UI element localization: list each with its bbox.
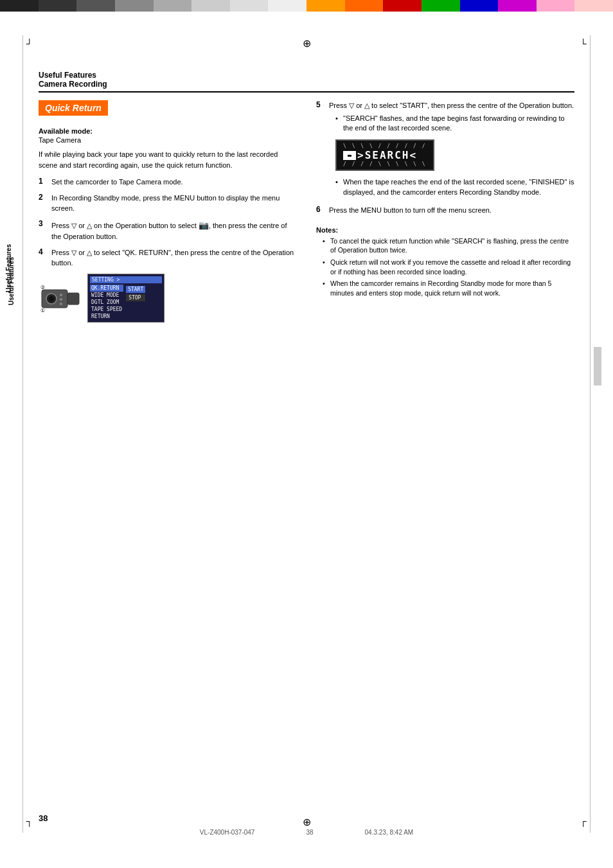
main-content: Useful Features Camera Recording Quick R… [39, 71, 574, 804]
step-3: 3 Press ▽ or △ on the Operation button t… [39, 219, 297, 242]
menu-item-qk-return: QK.RETURN [90, 285, 123, 292]
bar-seg-r4 [422, 0, 460, 12]
svg-point-3 [49, 296, 54, 301]
svg-point-6 [60, 303, 62, 305]
left-color-bars [0, 0, 306, 12]
camcorder-svg: ① ② [39, 274, 84, 315]
notes-section: Notes: • To cancel the quick return func… [316, 226, 574, 298]
reg-mark-top-right: └ [578, 39, 589, 49]
step-2: 2 In Recording Standby mode, press the M… [39, 193, 297, 214]
bar-seg-r6 [498, 0, 537, 12]
menu-item-wide-mode: WIDE MODE [90, 292, 123, 299]
reg-mark-top-left: ┘ [24, 39, 35, 49]
bar-seg-r7 [537, 0, 575, 12]
notes-title: Notes: [316, 226, 574, 234]
svg-rect-1 [67, 293, 79, 305]
bar-seg-l1 [0, 0, 39, 12]
step-2-text: In Recording Standby mode, press the MEN… [51, 193, 297, 214]
footer-right: 04.3.23, 8:42 AM [365, 829, 414, 836]
svg-text:②: ② [40, 285, 45, 290]
section-title-line2: Camera Recording [39, 80, 574, 89]
note-2-text: Quick return will not work if you remove… [330, 258, 574, 276]
step-5-bullet-1-text: "SEARCH" flashes, and the tape begins fa… [343, 114, 574, 134]
reg-mark-bottom: ⊕ [303, 816, 311, 828]
search-screen-container: \ \ \ \ / / / / / / ▬ >SEARCH< / / / / \… [335, 139, 434, 171]
menu-item-return: RETURN [90, 313, 123, 320]
menu-start-btn: START [126, 286, 145, 293]
side-label-text: Useful Features [5, 244, 13, 292]
step-4-text: Press ▽ or △ to select "QK. RETURN", the… [51, 247, 297, 269]
svg-point-4 [60, 294, 62, 296]
menu-wrapper: ① ② SETTING > QK.RETURN WIDE MODE DGTL Z… [39, 274, 297, 323]
bar-seg-l7 [230, 0, 269, 12]
binding-mark [594, 347, 601, 385]
bar-seg-r1 [306, 0, 345, 12]
footer-left: VL-Z400H-037-047 [200, 829, 255, 836]
note-1: • To cancel the quick return function wh… [323, 236, 574, 255]
step-5-sub-bullet-text: When the tape reaches the end of the las… [343, 177, 574, 197]
search-arrows-bottom: / / / / \ \ \ \ \ \ [343, 161, 427, 167]
step-4-num: 4 [39, 247, 48, 256]
bar-seg-r3 [383, 0, 422, 12]
notes-list: • To cancel the quick return function wh… [323, 236, 574, 298]
svg-point-5 [60, 298, 62, 301]
menu-items-col: QK.RETURN WIDE MODE DGTL ZOOM TAPE SPEED… [90, 285, 123, 320]
reg-mark-top: ⊕ [303, 37, 311, 49]
bar-seg-r8 [574, 0, 613, 12]
note-1-text: To cancel the quick return function whil… [330, 236, 574, 255]
menu-action-buttons: START STOP [126, 285, 145, 320]
note-3-text: When the camcorder remains in Recording … [330, 279, 574, 297]
step-4-container: 4 Press ▽ or △ to select "QK. RETURN", t… [39, 247, 297, 323]
footer: VL-Z400H-037-047 38 04.3.23, 8:42 AM [200, 829, 413, 836]
step-5-num: 5 [316, 100, 325, 109]
available-mode-value: Tape Camera [39, 136, 297, 144]
step-5-bullet-1: • "SEARCH" flashes, and the tape begins … [335, 114, 574, 134]
footer-center: 38 [306, 829, 313, 836]
bar-seg-r2 [345, 0, 384, 12]
step-5-text: Press ▽ or △ to select "START", then pre… [329, 100, 574, 111]
bar-seg-l4 [115, 0, 154, 12]
step-1-text: Set the camcorder to Tape Camera mode. [51, 177, 183, 188]
bar-seg-l2 [39, 0, 77, 12]
bar-seg-l5 [154, 0, 192, 12]
search-screen: \ \ \ \ / / / / / / ▬ >SEARCH< / / / / \… [335, 139, 434, 171]
page-border-right [590, 35, 591, 833]
step-6-text: Press the MENU button to turn off the me… [329, 205, 492, 216]
menu-title: SETTING > [90, 276, 162, 283]
search-main-row: ▬ >SEARCH< [343, 149, 427, 161]
top-color-bars [0, 0, 613, 12]
svg-text:①: ① [40, 308, 45, 314]
step-6: 6 Press the MENU button to turn off the … [316, 205, 574, 216]
menu-item-dgtl-zoom: DGTL ZOOM [90, 299, 123, 306]
search-text: >SEARCH< [357, 149, 417, 161]
step-4: 4 Press ▽ or △ to select "QK. RETURN", t… [39, 247, 297, 269]
tape-icon: ▬ [343, 151, 356, 160]
step-5: 5 Press ▽ or △ to select "START", then p… [316, 100, 574, 200]
reg-mark-bottom-left: ┐ [24, 816, 35, 826]
page-border-left [22, 35, 23, 833]
step-5-bullets: • "SEARCH" flashes, and the tape begins … [335, 114, 574, 134]
section-title-line1: Useful Features [39, 71, 574, 80]
note-3: • When the camcorder remains in Recordin… [323, 279, 574, 297]
right-column: 5 Press ▽ or △ to select "START", then p… [316, 100, 574, 328]
menu-screen: SETTING > QK.RETURN WIDE MODE DGTL ZOOM … [87, 274, 164, 323]
note-2: • Quick return will not work if you remo… [323, 258, 574, 276]
available-mode-label: Available mode: [39, 127, 297, 135]
menu-stop-btn: STOP [126, 294, 145, 301]
step-3-num: 3 [39, 219, 48, 228]
step-1: 1 Set the camcorder to Tape Camera mode. [39, 177, 297, 188]
bar-seg-l8 [268, 0, 306, 12]
left-column: Quick Return Available mode: Tape Camera… [39, 100, 297, 328]
right-color-bars [306, 0, 613, 12]
bar-seg-l6 [191, 0, 230, 12]
reg-mark-bottom-right: ┌ [578, 816, 589, 826]
step-5-sub-bullets: • When the tape reaches the end of the l… [335, 177, 574, 197]
step-6-num: 6 [316, 205, 325, 214]
intro-text: If while playing back your tape you want… [39, 149, 297, 170]
bar-seg-r5 [460, 0, 499, 12]
section-divider [39, 91, 574, 93]
two-column-layout: Quick Return Available mode: Tape Camera… [39, 100, 574, 328]
step-1-num: 1 [39, 177, 48, 186]
page-number: 38 [39, 813, 48, 823]
bar-seg-l3 [76, 0, 115, 12]
